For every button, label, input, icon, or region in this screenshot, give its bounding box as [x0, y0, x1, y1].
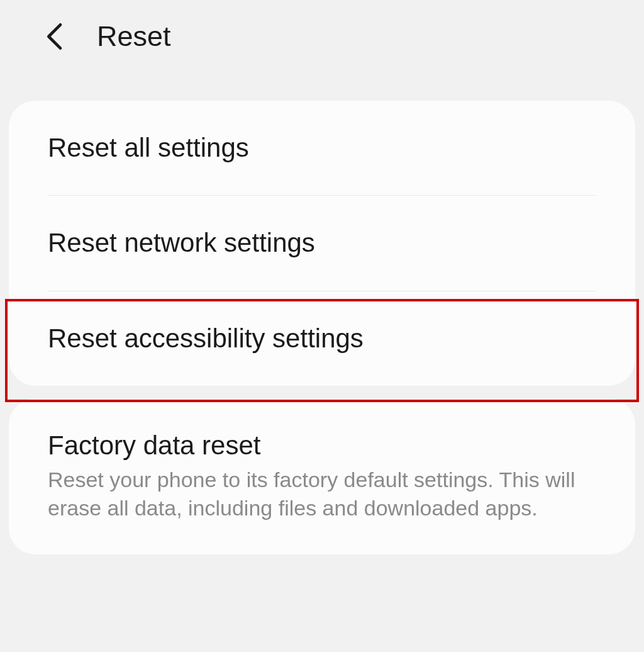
reset-network-settings-item[interactable]: Reset network settings [9, 196, 635, 290]
factory-reset-card: Factory data reset Reset your phone to i… [9, 398, 635, 554]
reset-accessibility-settings-item[interactable]: Reset accessibility settings [9, 291, 635, 386]
list-item-title: Reset accessibility settings [48, 323, 596, 354]
page-title: Reset [97, 20, 171, 53]
reset-all-settings-item[interactable]: Reset all settings [9, 101, 635, 195]
list-item-title: Factory data reset [48, 430, 596, 461]
reset-options-card: Reset all settings Reset network setting… [9, 101, 635, 386]
factory-data-reset-item[interactable]: Factory data reset Reset your phone to i… [9, 398, 635, 554]
list-item-title: Reset all settings [48, 132, 596, 164]
list-item-title: Reset network settings [48, 227, 596, 259]
back-icon[interactable] [45, 21, 65, 52]
header: Reset [0, 0, 644, 73]
list-item-subtitle: Reset your phone to its factory default … [48, 466, 596, 524]
